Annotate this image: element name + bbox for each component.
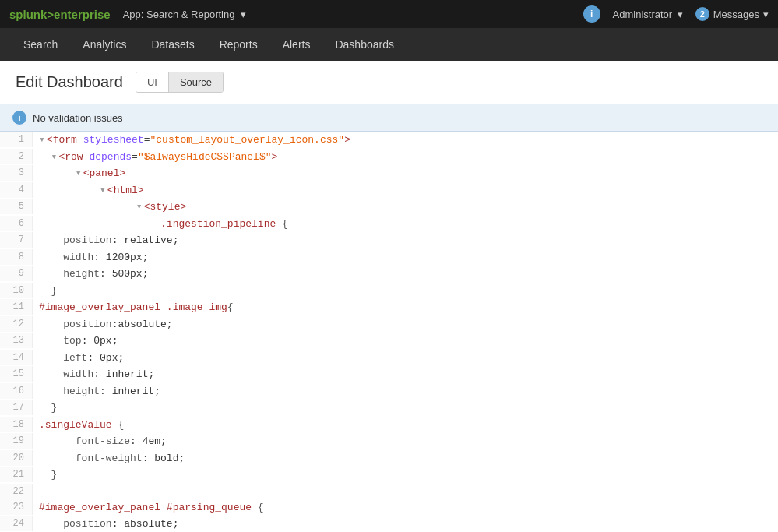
navbar: Search Analytics Datasets Reports Alerts…: [0, 28, 778, 61]
admin-dropdown-arrow: ▾: [678, 9, 683, 20]
messages-menu[interactable]: 2 Messages ▾: [695, 7, 769, 21]
code-line-9: 9 height: 500px;: [0, 266, 778, 283]
nav-reports[interactable]: Reports: [209, 32, 269, 57]
splunk-logo-text: splunk>enterprise: [9, 8, 111, 21]
topbar-right: i Administrator ▾ 2 Messages ▾: [583, 5, 769, 23]
nav-dashboards[interactable]: Dashboards: [324, 32, 405, 57]
code-line-8: 8 width: 1200px;: [0, 249, 778, 266]
code-line-6: 6 .ingestion_pipeline {: [0, 216, 778, 233]
code-line-21: 21 }: [0, 467, 778, 484]
code-line-7: 7 position: relative;: [0, 232, 778, 249]
code-line-16: 16 height: inherit;: [0, 383, 778, 400]
view-tabs: UI Source: [136, 72, 224, 93]
validation-info-icon: i: [12, 111, 26, 125]
app-name[interactable]: App: Search & Reporting ▾: [123, 9, 246, 20]
content-area: Edit Dashboard UI Source i No validation…: [0, 61, 778, 532]
tab-ui[interactable]: UI: [136, 72, 169, 92]
messages-dropdown-arrow: ▾: [763, 9, 769, 20]
nav-search[interactable]: Search: [12, 32, 69, 57]
admin-menu[interactable]: Administrator ▾: [613, 9, 683, 20]
validation-banner: i No validation issues: [0, 104, 778, 132]
nav-datasets[interactable]: Datasets: [140, 32, 205, 57]
validation-message: No validation issues: [33, 112, 123, 124]
code-line-4: 4 ▾<html>: [0, 182, 778, 199]
code-line-1: 1 ▾<form stylesheet="custom_layout_overl…: [0, 132, 778, 149]
code-line-17: 17 }: [0, 400, 778, 417]
code-line-20: 20 font-weight: bold;: [0, 450, 778, 467]
code-line-22: 22: [0, 484, 778, 499]
tab-source[interactable]: Source: [169, 72, 223, 92]
info-badge[interactable]: i: [583, 5, 600, 23]
code-line-18: 18 .singleValue {: [0, 417, 778, 434]
code-line-5: 5 ▾<style>: [0, 199, 778, 216]
page-header: Edit Dashboard UI Source: [0, 61, 778, 104]
code-line-13: 13 top: 0px;: [0, 333, 778, 350]
code-editor[interactable]: 1 ▾<form stylesheet="custom_layout_overl…: [0, 132, 778, 532]
nav-alerts[interactable]: Alerts: [272, 32, 322, 57]
code-line-19: 19 font-size: 4em;: [0, 433, 778, 450]
app-dropdown-arrow: ▾: [241, 9, 246, 20]
splunk-logo: splunk>enterprise: [9, 8, 111, 21]
code-line-3: 3 ▾<panel>: [0, 165, 778, 182]
code-line-24: 24 position: absolute;: [0, 516, 778, 532]
topbar-left: splunk>enterprise App: Search & Reportin…: [9, 8, 246, 21]
nav-analytics[interactable]: Analytics: [72, 32, 137, 57]
code-line-10: 10 }: [0, 283, 778, 300]
code-line-12: 12 position:absolute;: [0, 316, 778, 333]
page-title: Edit Dashboard: [16, 73, 123, 91]
code-line-23: 23 #image_overlay_panel #parsing_queue {: [0, 499, 778, 516]
code-line-15: 15 width: inherit;: [0, 366, 778, 383]
messages-count: 2: [695, 7, 709, 21]
code-line-11: 11 #image_overlay_panel .image img{: [0, 299, 778, 316]
code-line-2: 2 ▾<row depends="$alwaysHideCSSPanel$">: [0, 149, 778, 166]
topbar: splunk>enterprise App: Search & Reportin…: [0, 0, 778, 28]
code-line-14: 14 left: 0px;: [0, 350, 778, 367]
